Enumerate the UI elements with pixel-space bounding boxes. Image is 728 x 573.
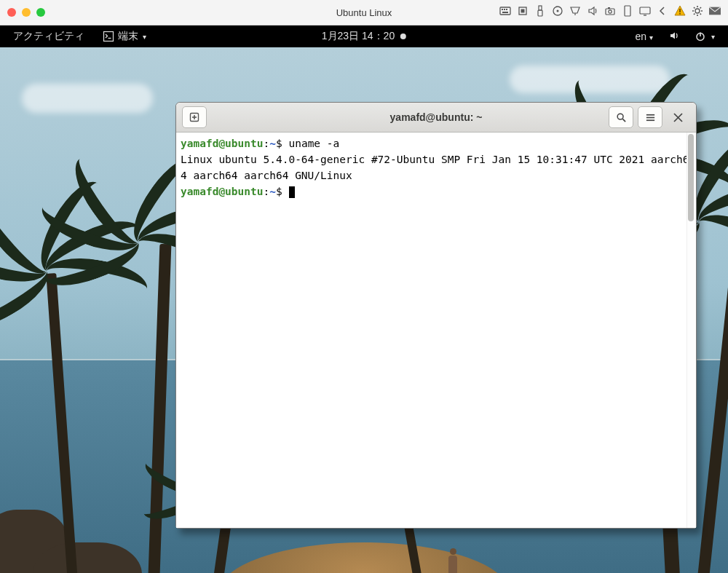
svg-point-10 [557, 10, 559, 12]
activities-button[interactable]: アクティビティ [13, 30, 84, 43]
vm-host-titlebar: Ubuntu Linux [0, 0, 728, 25]
terminal-content[interactable]: yamafd@ubuntu:~$ uname -a Linux ubuntu 5… [176, 133, 696, 528]
svg-point-37 [617, 114, 623, 119]
power-icon [695, 31, 705, 42]
cpu-icon[interactable] [517, 5, 529, 20]
current-app-menu[interactable]: 端末 ▾ [103, 30, 146, 43]
svg-line-26 [700, 14, 701, 15]
system-menu[interactable]: ▾ [695, 31, 715, 42]
svg-rect-6 [521, 9, 525, 13]
cursor [289, 186, 295, 198]
svg-line-27 [694, 14, 695, 15]
svg-point-20 [695, 9, 700, 13]
svg-rect-1 [502, 9, 503, 10]
vm-window-title: Ubuntu Linux [336, 7, 392, 18]
svg-line-28 [700, 7, 701, 8]
prompt-sep: : [264, 138, 270, 149]
terminal-app-icon [103, 31, 114, 42]
display-icon[interactable] [639, 5, 651, 20]
back-arrow-icon[interactable] [657, 5, 668, 20]
terminal-output: Linux ubuntu 5.4.0-64-generic #72-Ubuntu… [181, 151, 692, 183]
svg-rect-30 [104, 32, 114, 42]
prompt-path: ~ [269, 186, 276, 197]
search-button[interactable] [609, 106, 633, 128]
menu-button[interactable] [638, 106, 662, 128]
keyboard-icon[interactable] [499, 5, 511, 20]
svg-rect-16 [640, 7, 650, 14]
terminal-header-bar: yamafd@ubuntu: ~ [176, 103, 696, 133]
clock-datetime: 1月23日 14：20 [322, 30, 395, 43]
svg-rect-4 [502, 12, 508, 13]
svg-rect-0 [500, 7, 510, 15]
svg-line-38 [622, 119, 625, 122]
terminal-line: yamafd@ubuntu:~$ [181, 183, 692, 199]
chevron-down-icon: ▾ [649, 33, 653, 42]
svg-rect-3 [506, 9, 507, 10]
prompt-user: yamafd@ubuntu [181, 138, 264, 149]
gnome-top-bar: アクティビティ 端末 ▾ 1月23日 14：20 en ▾ ▾ [0, 25, 728, 47]
sound-icon[interactable] [587, 5, 598, 20]
warning-icon[interactable] [674, 5, 686, 20]
gear-icon[interactable] [692, 5, 703, 20]
new-tab-button[interactable] [182, 106, 207, 128]
current-app-name: 端末 [118, 30, 138, 43]
network-adapter-icon[interactable] [569, 5, 581, 20]
prompt-path: ~ [269, 138, 276, 149]
envelope-icon[interactable] [709, 5, 721, 20]
wallpaper-person [443, 548, 463, 573]
new-tab-icon [189, 111, 200, 123]
svg-line-25 [694, 7, 695, 8]
svg-point-13 [609, 10, 612, 13]
prompt-symbol: $ [276, 186, 282, 197]
terminal-title: yamafd@ubuntu: ~ [390, 111, 483, 123]
input-method-menu[interactable]: en ▾ [636, 31, 653, 42]
maximize-window-button[interactable] [36, 8, 45, 17]
tablet-icon[interactable] [622, 5, 633, 20]
window-traffic-lights [7, 8, 45, 17]
disc-icon[interactable] [552, 5, 563, 20]
close-icon [673, 113, 683, 122]
svg-rect-8 [538, 10, 542, 16]
input-method-label: en [636, 31, 647, 42]
terminal-line: yamafd@ubuntu:~$ uname -a [181, 135, 692, 151]
volume-icon[interactable] [669, 31, 679, 43]
prompt-sep: : [264, 186, 270, 197]
command-text: uname -a [288, 138, 339, 149]
minimize-window-button[interactable] [22, 8, 31, 17]
usb-icon[interactable] [534, 5, 546, 20]
scrollbar[interactable] [687, 133, 695, 528]
prompt-symbol: $ [276, 138, 282, 149]
close-button[interactable] [665, 106, 690, 128]
chevron-down-icon: ▾ [143, 33, 146, 41]
svg-rect-2 [504, 9, 505, 10]
svg-rect-18 [679, 9, 681, 12]
svg-rect-19 [679, 13, 681, 15]
chevron-down-icon: ▾ [711, 33, 715, 41]
prompt-user: yamafd@ubuntu [181, 186, 264, 197]
terminal-window[interactable]: yamafd@ubuntu: ~ ya [175, 102, 697, 529]
svg-rect-14 [608, 7, 610, 9]
svg-rect-7 [539, 6, 542, 10]
hamburger-icon [645, 112, 656, 123]
vm-toolbar-icons [499, 5, 721, 20]
clock-menu[interactable]: 1月23日 14：20 [322, 30, 406, 43]
scrollbar-thumb[interactable] [688, 134, 694, 221]
camera-icon[interactable] [604, 5, 616, 20]
notification-dot-icon [400, 33, 406, 39]
close-window-button[interactable] [7, 8, 16, 17]
search-icon [616, 112, 627, 123]
svg-rect-15 [625, 6, 630, 16]
